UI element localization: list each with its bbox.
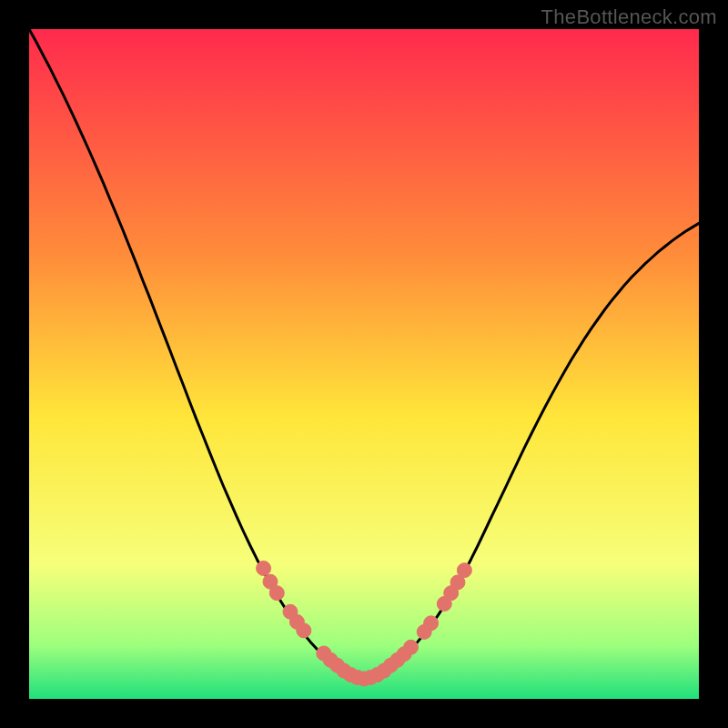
plot-svg (0, 0, 728, 728)
chart-container: TheBottleneck.com (0, 0, 728, 728)
plot-background (29, 29, 699, 699)
scatter-dot (457, 563, 471, 578)
scatter-dot (297, 623, 311, 638)
scatter-dot (269, 586, 284, 601)
scatter-dot (424, 616, 439, 631)
scatter-dot (257, 561, 271, 576)
scatter-dot (404, 640, 419, 654)
watermark-text: TheBottleneck.com (541, 5, 717, 29)
